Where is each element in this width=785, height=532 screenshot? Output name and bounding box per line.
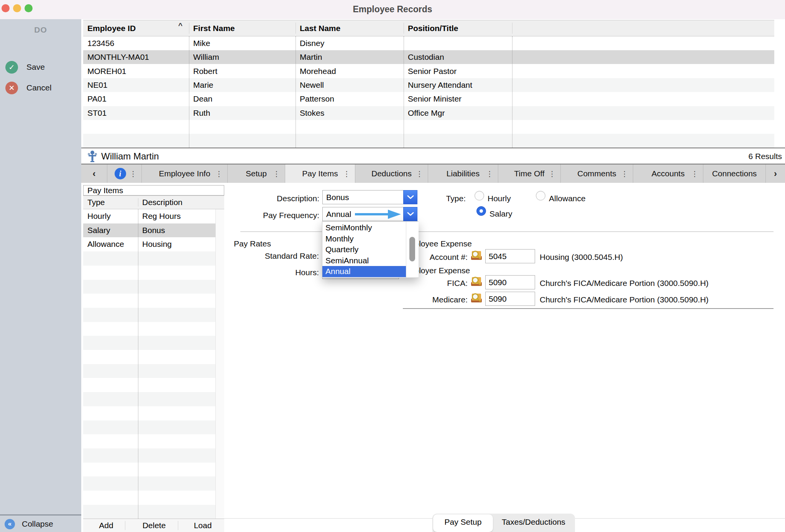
- account-description: Housing (3000.5045.H): [540, 253, 623, 262]
- dropdown-option-monthly[interactable]: Monthly: [322, 233, 406, 245]
- pay-item-row-empty: [83, 294, 215, 308]
- fica-lookup-icon[interactable]: [470, 275, 483, 287]
- cell-id: ST01: [83, 106, 189, 120]
- radio-allowance[interactable]: [536, 191, 545, 200]
- cell-id: NE01: [83, 78, 189, 92]
- cell-last: Martin: [296, 50, 404, 64]
- sidebar-divider: [0, 514, 81, 516]
- sidebar-header: DO: [0, 25, 81, 34]
- load-button[interactable]: Load: [182, 519, 224, 532]
- kebab-menu-icon[interactable]: ⋮: [130, 169, 137, 178]
- tab-setup[interactable]: Setup⋮: [228, 164, 285, 183]
- tab-deductions[interactable]: Deductions⋮: [355, 164, 428, 183]
- collapse-button[interactable]: « Collapse: [5, 518, 53, 530]
- medicare-lookup-icon[interactable]: [470, 292, 483, 304]
- kebab-menu-icon[interactable]: ⋮: [549, 169, 556, 178]
- pay-frequency-dropdown-button[interactable]: [403, 207, 417, 221]
- tab-time-off[interactable]: Time Off⋮: [498, 164, 561, 183]
- pay-frequency-dropdown-list: SemiMonthlyMonthlyQuarterlySemiAnnualAnn…: [322, 221, 419, 278]
- pay-item-row-empty: [83, 476, 215, 491]
- column-header-type[interactable]: Type: [83, 196, 105, 209]
- window-title: Employee Records: [0, 4, 785, 15]
- tabs-scroll-right-button[interactable]: ›: [766, 164, 785, 183]
- radio-salary[interactable]: [476, 206, 486, 216]
- pay-item-row-housing[interactable]: AllowanceHousing: [83, 237, 215, 251]
- tab-employee-info[interactable]: Employee Info⋮: [142, 164, 228, 183]
- cell-position: [404, 36, 512, 50]
- tab-accounts[interactable]: Accounts⋮: [633, 164, 703, 183]
- selected-record-bar: William Martin 6 Results: [81, 148, 785, 164]
- save-label: Save: [26, 62, 45, 72]
- kebab-menu-icon[interactable]: ⋮: [273, 169, 280, 178]
- tab-label: Liabilities: [447, 169, 480, 178]
- kebab-menu-icon[interactable]: ⋮: [343, 169, 350, 178]
- sort-ascending-icon[interactable]: ^: [178, 21, 182, 30]
- add-button[interactable]: Add: [85, 519, 127, 532]
- radio-salary-label: Salary: [489, 209, 512, 218]
- pay-item-row-empty: [83, 322, 215, 336]
- tab-label: Setup: [246, 169, 267, 178]
- tab-label: Connections: [712, 169, 757, 178]
- column-header-employee-id[interactable]: Employee ID: [83, 20, 136, 36]
- action-sidebar: DO ✓ Save ✕ Cancel: [0, 19, 81, 532]
- kebab-menu-icon[interactable]: ⋮: [486, 169, 493, 178]
- kebab-menu-icon[interactable]: ⋮: [691, 169, 698, 178]
- pay-items-scrollbar[interactable]: [215, 209, 224, 519]
- cell-id: MOREH01: [83, 64, 189, 78]
- fica-label: FICA:: [372, 279, 468, 288]
- tab-liabilities[interactable]: Liabilities⋮: [428, 164, 498, 183]
- tab-taxes-deductions[interactable]: Taxes/Deductions: [493, 514, 574, 531]
- tab-comments[interactable]: Comments⋮: [561, 164, 633, 183]
- pay-item-row-empty: [83, 491, 215, 505]
- dropdown-option-quarterly[interactable]: Quarterly: [322, 244, 406, 255]
- employee-row-ST01[interactable]: ST01RuthStokesOffice Mgr: [83, 106, 774, 120]
- delete-button[interactable]: Delete: [133, 519, 175, 532]
- pay-items-table-body: AllowanceHousingSalaryBonusHourlyReg Hou…: [83, 209, 224, 519]
- record-info-tab[interactable]: i ⋮: [107, 164, 142, 183]
- pay-item-row-empty: [83, 420, 215, 435]
- tabs-scroll-left-button[interactable]: ‹: [81, 164, 107, 183]
- cancel-button[interactable]: ✕ Cancel: [5, 81, 51, 94]
- fica-account-field[interactable]: 5090: [485, 275, 535, 289]
- dropdown-option-semiannual[interactable]: SemiAnnual: [322, 255, 406, 266]
- cell-position: Nursery Attendant: [404, 78, 512, 92]
- employee-row-MONTHLY-MA01[interactable]: MONTHLY-MA01WilliamMartinCustodian: [83, 50, 774, 64]
- pay-rates-title: Pay Rates: [234, 239, 271, 248]
- radio-hourly-label: Hourly: [488, 194, 511, 203]
- employee-row-PA01[interactable]: PA01DeanPattersonSenior Minister: [83, 92, 774, 106]
- kebab-menu-icon[interactable]: ⋮: [621, 169, 628, 178]
- tab-connections[interactable]: Connections: [703, 164, 766, 183]
- tab-pay-items[interactable]: Pay Items⋮: [285, 164, 355, 183]
- dropdown-option-annual[interactable]: Annual: [322, 266, 406, 277]
- save-button[interactable]: ✓ Save: [5, 61, 45, 74]
- column-header-position[interactable]: Position/Title: [404, 20, 458, 36]
- column-header-description[interactable]: Description: [138, 196, 182, 209]
- account-lookup-icon[interactable]: [470, 249, 483, 261]
- employee-row-123456[interactable]: 123456MikeDisney: [83, 36, 774, 50]
- employee-row-NE01[interactable]: NE01MarieNewellNursery Attendant: [83, 78, 774, 92]
- record-name: William Martin: [101, 151, 159, 162]
- employee-row-MOREH01[interactable]: MOREH01RobertMoreheadSenior Pastor: [83, 64, 774, 78]
- account-number-value: 5045: [489, 252, 507, 261]
- results-count: 6 Results: [748, 152, 782, 161]
- dropdown-scrollbar[interactable]: [406, 222, 419, 277]
- pay-item-row-empty: [83, 463, 215, 477]
- medicare-account-field[interactable]: 5090: [485, 292, 535, 306]
- kebab-menu-icon[interactable]: ⋮: [215, 169, 223, 178]
- column-header-last-name[interactable]: Last Name: [296, 20, 340, 36]
- dropdown-scrollbar-thumb[interactable]: [409, 237, 415, 261]
- radio-hourly[interactable]: [475, 191, 484, 200]
- cell-last: Morehead: [296, 64, 404, 78]
- hours-label: Hours:: [230, 268, 319, 277]
- account-number-field[interactable]: 5045: [485, 249, 535, 263]
- pay-item-row-empty: [83, 406, 215, 420]
- tab-pay-setup-label[interactable]: Pay Setup: [433, 514, 493, 531]
- pay-item-row-bonus[interactable]: SalaryBonus: [83, 223, 215, 238]
- pay-items-panel-title: Pay Items: [83, 185, 224, 195]
- kebab-menu-icon[interactable]: ⋮: [416, 169, 423, 178]
- pay-item-row-reg-hours[interactable]: HourlyReg Hours: [83, 209, 215, 223]
- cell-description: Reg Hours: [138, 209, 215, 223]
- dropdown-option-semimonthly[interactable]: SemiMonthly: [322, 222, 406, 233]
- column-header-first-name[interactable]: First Name: [189, 20, 235, 36]
- cell-first: Dean: [189, 92, 296, 106]
